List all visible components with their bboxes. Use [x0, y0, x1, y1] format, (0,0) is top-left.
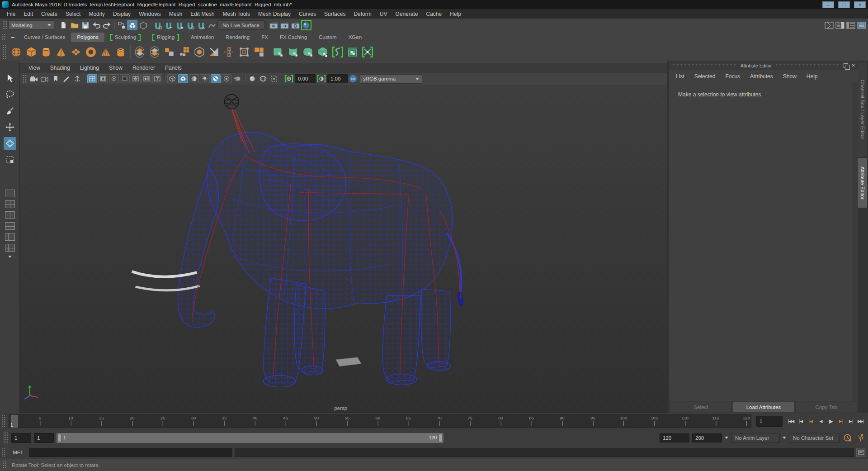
- poly-cylinder-icon[interactable]: [39, 45, 53, 59]
- snap-to-projected-center-icon[interactable]: [185, 20, 195, 30]
- channel-box-toggle-icon[interactable]: [856, 20, 867, 30]
- maximize-button[interactable]: □: [838, 1, 850, 8]
- bookmark-icon[interactable]: [51, 74, 61, 83]
- attribute-editor-scrollbar[interactable]: [853, 82, 858, 401]
- play-forwards-button[interactable]: ▶: [826, 416, 835, 426]
- panel-menu-lighting[interactable]: Lighting: [75, 65, 104, 71]
- planar-mapping-icon[interactable]: [271, 45, 285, 59]
- tool-settings-toggle-icon[interactable]: [835, 20, 845, 30]
- hypershade-icon[interactable]: [301, 20, 311, 30]
- contrast-field[interactable]: 1.00: [327, 74, 348, 83]
- exposure-field[interactable]: 0.00: [295, 74, 316, 83]
- panel-menu-show[interactable]: Show: [104, 65, 127, 71]
- load-attributes-button[interactable]: Load Attributes: [733, 402, 795, 412]
- panel-toolbar-grip[interactable]: [23, 75, 27, 83]
- go-to-start-button[interactable]: |◀◀: [786, 416, 796, 426]
- close-panel-icon[interactable]: ×: [851, 63, 856, 68]
- occlusion-display-icon[interactable]: [222, 74, 231, 83]
- menu-generate[interactable]: Generate: [391, 11, 422, 17]
- close-button[interactable]: ×: [854, 1, 866, 8]
- live-surface-field[interactable]: No Live Surface: [217, 20, 264, 30]
- shelf-tab-xgen[interactable]: XGen: [343, 33, 368, 42]
- motion-blur-icon[interactable]: [232, 74, 242, 83]
- current-time-field[interactable]: 1: [756, 416, 783, 427]
- modeling-toolkit-toggle-icon[interactable]: [824, 20, 834, 30]
- menu-help[interactable]: Help: [446, 11, 465, 17]
- poly-pipe-icon[interactable]: [113, 45, 127, 59]
- booleans-union-icon[interactable]: [132, 45, 146, 59]
- step-back-key-button[interactable]: |◀: [806, 416, 816, 426]
- play-backwards-button[interactable]: ◀: [816, 416, 826, 426]
- shadows-display-icon[interactable]: [211, 74, 221, 83]
- undock-panel-icon[interactable]: [844, 63, 848, 68]
- resolution-gate-icon[interactable]: [109, 74, 119, 83]
- time-slider-grip[interactable]: [2, 415, 6, 428]
- render-settings-icon[interactable]: [290, 20, 301, 30]
- shelf-tab-custom[interactable]: Custom: [313, 33, 343, 42]
- color-management-toggle[interactable]: ON: [349, 75, 357, 83]
- poly-plane-icon[interactable]: [69, 45, 83, 59]
- range-slider-grip[interactable]: [3, 431, 8, 444]
- shelf-tab-rendering[interactable]: Rendering: [220, 33, 255, 42]
- anim-layer-dropdown[interactable]: No Anim Layer: [731, 433, 780, 443]
- attribute-editor-header[interactable]: Attribute Editor ×: [669, 61, 858, 70]
- ipr-render-icon[interactable]: [279, 20, 290, 30]
- layout-two-pane-side-button[interactable]: [5, 211, 15, 219]
- smooth-shade-display-icon[interactable]: [178, 74, 188, 83]
- lasso-tool[interactable]: [4, 88, 16, 101]
- menu-mesh-display[interactable]: Mesh Display: [254, 11, 295, 17]
- booleans-difference-icon[interactable]: [147, 45, 161, 59]
- collapse-shelf-icon[interactable]: [9, 34, 16, 41]
- exposure-icon[interactable]: [284, 74, 294, 83]
- ae-menu-attributes[interactable]: Attributes: [745, 73, 778, 80]
- select-button[interactable]: Select: [670, 402, 732, 412]
- menu-surfaces[interactable]: Surfaces: [320, 11, 349, 17]
- offset-edge-loop-icon[interactable]: [237, 45, 251, 59]
- ae-menu-focus[interactable]: Focus: [720, 73, 745, 80]
- separator[interactable]: [113, 19, 116, 32]
- snap-to-view-plane-icon[interactable]: [196, 20, 206, 30]
- film-gate-icon[interactable]: [98, 74, 108, 83]
- layout-more-chevron-icon[interactable]: [8, 256, 12, 258]
- redo-icon[interactable]: [102, 20, 112, 30]
- render-current-frame-icon[interactable]: [269, 20, 279, 30]
- separator[interactable]: [55, 19, 58, 32]
- menu-curves[interactable]: Curves: [295, 11, 320, 17]
- quad-draw-icon[interactable]: [252, 45, 266, 59]
- make-live-icon[interactable]: [207, 20, 217, 30]
- poly-cone-icon[interactable]: [54, 45, 68, 59]
- go-to-end-button[interactable]: ▶▶|: [856, 416, 865, 426]
- snap-to-point-icon[interactable]: [174, 20, 184, 30]
- character-set-dropdown[interactable]: No Character Set: [789, 433, 840, 443]
- menu-display[interactable]: Display: [109, 11, 135, 17]
- separator[interactable]: [265, 19, 268, 32]
- panel-menu-renderer[interactable]: Renderer: [127, 65, 160, 71]
- auto-keyframe-toggle-icon[interactable]: [842, 433, 853, 443]
- separator[interactable]: [149, 19, 152, 32]
- menu-mesh[interactable]: Mesh: [165, 11, 186, 17]
- ae-menu-show[interactable]: Show: [778, 73, 802, 80]
- unfold-uv-icon[interactable]: [330, 45, 344, 59]
- help-line-grip[interactable]: [3, 461, 7, 469]
- menu-windows[interactable]: Windows: [135, 11, 165, 17]
- field-chart-icon[interactable]: [131, 74, 141, 83]
- 2d-pan-zoom-icon[interactable]: [72, 74, 82, 83]
- menu-deform[interactable]: Deform: [349, 11, 375, 17]
- animation-end-field[interactable]: 200: [692, 433, 722, 442]
- layout-persp-graph-button[interactable]: [5, 244, 15, 252]
- uv-editor-icon[interactable]: [345, 45, 359, 59]
- new-scene-icon[interactable]: [58, 20, 69, 30]
- shelf-grip[interactable]: [2, 33, 6, 41]
- camera-attributes-icon[interactable]: [40, 74, 50, 83]
- shelf-icons-grip[interactable]: [3, 45, 7, 59]
- scale-tool[interactable]: [4, 153, 16, 166]
- menu-edit[interactable]: Edit: [19, 11, 37, 17]
- step-forward-frame-button[interactable]: ▶|: [846, 416, 855, 426]
- range-slider-bar[interactable]: 1 120: [57, 433, 443, 443]
- snap-to-curve-icon[interactable]: [163, 20, 174, 30]
- attribute-editor-toggle-icon[interactable]: [845, 20, 856, 30]
- ae-menu-selected[interactable]: Selected: [689, 73, 721, 80]
- layout-four-pane-button[interactable]: [5, 200, 15, 208]
- move-tool[interactable]: [4, 121, 16, 133]
- use-all-lights-icon[interactable]: [200, 74, 210, 83]
